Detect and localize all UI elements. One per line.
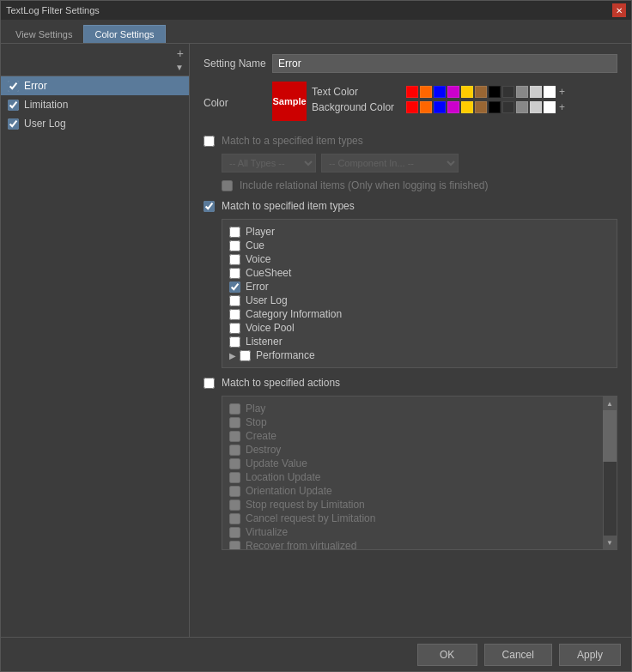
swatch-black-bg[interactable] bbox=[489, 101, 501, 113]
item-voice-label: Voice bbox=[246, 253, 270, 265]
swatch-white-text[interactable] bbox=[544, 86, 556, 98]
match-specified-disabled-checkbox[interactable] bbox=[204, 136, 215, 147]
swatch-gray-bg[interactable] bbox=[516, 101, 528, 113]
match-actions-checkbox[interactable] bbox=[204, 378, 215, 389]
action-create-checkbox[interactable] bbox=[229, 431, 240, 442]
expand-performance-icon[interactable]: ▶ bbox=[229, 351, 236, 360]
action-update-value-checkbox[interactable] bbox=[229, 458, 240, 469]
bottom-bar: OK Cancel Apply bbox=[1, 637, 631, 671]
filter-error-checkbox[interactable] bbox=[8, 81, 19, 92]
actions-scrollbar-track: ▲ ▼ bbox=[603, 397, 617, 549]
swatch-blue-bg[interactable] bbox=[434, 101, 446, 113]
component-dropdown[interactable]: -- Component In... -- bbox=[321, 154, 459, 173]
item-player-checkbox[interactable] bbox=[229, 227, 240, 238]
filter-item-userlog[interactable]: User Log bbox=[1, 114, 189, 133]
item-player-label: Player bbox=[246, 226, 275, 238]
item-cue-checkbox[interactable] bbox=[229, 240, 240, 251]
action-orientation-update-checkbox[interactable] bbox=[229, 486, 240, 497]
swatch-lightgray-bg[interactable] bbox=[530, 101, 542, 113]
item-cuesheet-checkbox[interactable] bbox=[229, 268, 240, 279]
swatch-black-text[interactable] bbox=[489, 86, 501, 98]
setting-name-row: Setting Name bbox=[204, 54, 617, 73]
scrollbar-up-button[interactable]: ▲ bbox=[603, 397, 617, 410]
bg-color-inner: Background Color bbox=[312, 101, 565, 113]
filter-userlog-checkbox[interactable] bbox=[8, 118, 19, 130]
text-color-row: Sample Text Color bbox=[272, 82, 565, 121]
action-stop-request-checkbox[interactable] bbox=[229, 499, 240, 511]
action-cancel-request-label: Cancel request by Limitation bbox=[246, 512, 375, 524]
swatch-brown-text[interactable] bbox=[475, 86, 487, 98]
add-bg-color-button[interactable]: + bbox=[559, 101, 565, 113]
action-stop-checkbox[interactable] bbox=[229, 417, 240, 428]
cancel-button[interactable]: Cancel bbox=[484, 644, 552, 666]
swatch-white-bg[interactable] bbox=[544, 101, 556, 113]
filter-item-error[interactable]: Error bbox=[1, 76, 189, 95]
match-item-types-label: Match to specified item types bbox=[222, 200, 355, 212]
match-item-types-checkbox[interactable] bbox=[204, 201, 215, 212]
action-location-update: Location Update bbox=[229, 470, 599, 484]
action-location-update-checkbox[interactable] bbox=[229, 472, 240, 483]
item-performance-checkbox[interactable] bbox=[240, 350, 251, 361]
swatch-purple-text[interactable] bbox=[447, 86, 459, 98]
swatch-lightgray-text[interactable] bbox=[530, 86, 542, 98]
swatch-purple-bg[interactable] bbox=[447, 101, 459, 113]
add-filter-button[interactable]: + bbox=[177, 47, 184, 59]
swatch-red-bg[interactable] bbox=[406, 101, 418, 113]
left-panel: + ▼ Error Limitation User Log bbox=[1, 44, 190, 637]
action-destroy: Destroy bbox=[229, 443, 599, 457]
apply-button[interactable]: Apply bbox=[559, 644, 621, 666]
match-item-types-row: Match to specified item types bbox=[204, 200, 617, 212]
action-recover-checkbox[interactable] bbox=[229, 541, 240, 550]
actions-list: Play Stop Create Destroy bbox=[222, 396, 617, 550]
action-destroy-checkbox[interactable] bbox=[229, 445, 240, 456]
swatch-gray-text[interactable] bbox=[516, 86, 528, 98]
match-actions-label: Match to specified actions bbox=[222, 377, 340, 389]
item-error: Error bbox=[229, 280, 610, 294]
item-userlog-label: User Log bbox=[246, 294, 288, 306]
type-dropdown[interactable]: -- All Types -- bbox=[222, 154, 316, 173]
item-category-info-checkbox[interactable] bbox=[229, 309, 240, 320]
text-color-inner: Text Color bbox=[312, 86, 565, 98]
dropdown-row: -- All Types -- -- Component In... -- bbox=[222, 154, 617, 173]
item-userlog: User Log bbox=[229, 294, 610, 307]
swatch-orange-text[interactable] bbox=[420, 86, 432, 98]
swatch-brown-bg[interactable] bbox=[475, 101, 487, 113]
setting-name-input[interactable] bbox=[272, 54, 617, 73]
swatch-darkgray-text[interactable] bbox=[502, 86, 514, 98]
action-virtualize-label: Virtualize bbox=[246, 526, 288, 538]
item-category-info-label: Category Information bbox=[246, 308, 342, 320]
action-recover: Recover from virtualized bbox=[229, 539, 599, 549]
action-stop: Stop bbox=[229, 415, 599, 429]
item-voice-checkbox[interactable] bbox=[229, 254, 240, 265]
item-voice-pool-checkbox[interactable] bbox=[229, 323, 240, 334]
action-cancel-request: Cancel request by Limitation bbox=[229, 512, 599, 525]
action-cancel-request-checkbox[interactable] bbox=[229, 513, 240, 524]
tab-color-settings[interactable]: Color Settings bbox=[83, 25, 165, 43]
ok-button[interactable]: OK bbox=[417, 644, 477, 666]
color-label: Color bbox=[204, 97, 272, 109]
filter-item-limitation[interactable]: Limitation bbox=[1, 95, 189, 114]
swatch-darkgray-bg[interactable] bbox=[502, 101, 514, 113]
filter-limitation-checkbox[interactable] bbox=[8, 100, 19, 111]
swatch-blue-text[interactable] bbox=[434, 86, 446, 98]
swatch-red-text[interactable] bbox=[406, 86, 418, 98]
item-listener-checkbox[interactable] bbox=[229, 336, 240, 348]
item-error-checkbox[interactable] bbox=[229, 282, 240, 293]
scrollbar-down-button[interactable]: ▼ bbox=[603, 536, 617, 549]
tab-view-settings[interactable]: View Settings bbox=[4, 25, 83, 43]
scrollbar-thumb[interactable] bbox=[603, 410, 617, 462]
action-play-checkbox[interactable] bbox=[229, 403, 240, 415]
add-text-color-button[interactable]: + bbox=[559, 86, 565, 98]
item-cue: Cue bbox=[229, 239, 610, 252]
item-userlog-checkbox[interactable] bbox=[229, 295, 240, 306]
action-virtualize-checkbox[interactable] bbox=[229, 527, 240, 538]
swatch-yellow-bg[interactable] bbox=[461, 101, 473, 113]
swatch-yellow-text[interactable] bbox=[461, 86, 473, 98]
main-content: + ▼ Error Limitation User Log bbox=[1, 44, 631, 637]
swatch-orange-bg[interactable] bbox=[420, 101, 432, 113]
close-button[interactable]: ✕ bbox=[612, 3, 626, 17]
include-relational-checkbox[interactable] bbox=[222, 180, 233, 191]
main-window: TextLog Filter Settings ✕ View Settings … bbox=[0, 0, 632, 672]
actions-list-inner: Play Stop Create Destroy bbox=[222, 397, 617, 549]
right-panel: Setting Name Color Sample Text bbox=[190, 44, 631, 637]
